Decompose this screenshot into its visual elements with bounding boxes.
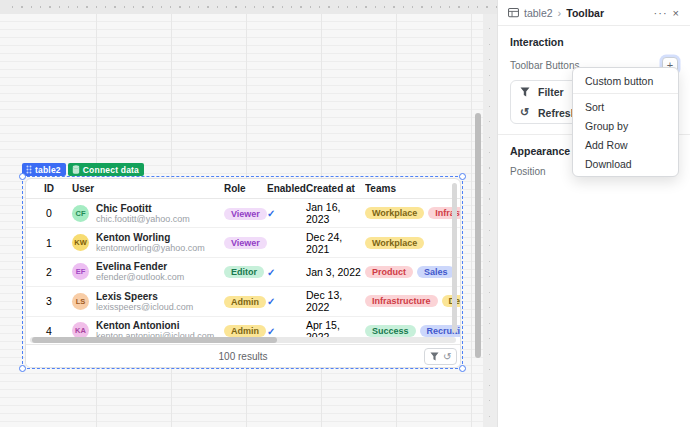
cell-enabled: ✓ (267, 325, 306, 337)
column-header-role[interactable]: Role (224, 183, 267, 194)
menu-divider (573, 93, 678, 94)
cell-id: 1 (26, 237, 72, 249)
canvas-right-gutter (483, 14, 497, 427)
breadcrumb-current: Toolbar (566, 7, 604, 19)
cell-user: KW Kenton Worling kentonworling@yahoo.co… (72, 232, 224, 253)
cell-role: Viewer (224, 236, 267, 249)
cell-user: EF Evelina Fender efender@outlook.com (72, 261, 224, 282)
cell-enabled: ✓ (267, 266, 306, 278)
cell-role: Viewer (224, 207, 267, 220)
refresh-icon[interactable]: ↺ (443, 352, 451, 362)
table-row[interactable]: 2 EF Evelina Fender efender@outlook.com … (26, 258, 460, 287)
column-header-enabled[interactable]: Enabled (267, 183, 306, 194)
more-menu-icon[interactable]: ··· (654, 7, 668, 19)
connect-data-tag[interactable]: Connect data (68, 163, 144, 176)
table-component[interactable]: ID User Role Enabled Created at Teams 0 … (25, 178, 461, 368)
team-badge: Workplace (365, 237, 424, 249)
column-header-user[interactable]: User (72, 183, 224, 194)
drag-handle-icon (26, 165, 32, 174)
database-icon (72, 165, 80, 174)
user-name: Kenton Worling (96, 232, 205, 243)
team-badge: Workplace (365, 207, 424, 219)
user-name: Lexis Speers (96, 291, 193, 302)
component-name-label: table2 (35, 165, 61, 175)
cell-teams: Workplace Infrastructure (365, 207, 460, 219)
toolbar-buttons-label: Toolbar Buttons (510, 60, 580, 71)
cell-created-at: Jan 3, 2022 (306, 266, 365, 278)
toolbar-button-label: Filter (538, 86, 564, 98)
user-email: chic.footitt@yahoo.com (96, 214, 190, 224)
inspector-header: table2 › Toolbar ··· × (498, 0, 690, 26)
cell-id: 2 (26, 266, 72, 278)
column-header-id[interactable]: ID (26, 183, 72, 194)
role-badge: Viewer (224, 208, 267, 220)
table-horizontal-scrollbar[interactable] (30, 337, 456, 343)
cell-id: 3 (26, 295, 72, 307)
user-name: Evelina Fender (96, 261, 184, 272)
filter-icon[interactable] (430, 352, 439, 361)
user-name: Chic Footitt (96, 203, 190, 214)
connect-data-label: Connect data (83, 165, 139, 175)
enabled-check-icon: ✓ (267, 208, 275, 219)
cell-role: Admin (224, 324, 267, 337)
table-footer-toolbar: ↺ (424, 348, 457, 365)
cell-teams: Infrastructure Design (365, 295, 460, 307)
cell-id: 4 (26, 325, 72, 337)
table-icon (508, 7, 519, 18)
menu-item-custom-button[interactable]: Custom button (573, 71, 678, 90)
enabled-check-icon: ✓ (267, 267, 275, 278)
user-email: efender@outlook.com (96, 272, 184, 282)
table-horizontal-scroll-thumb[interactable] (32, 337, 277, 343)
add-button-dropdown-menu: Custom button Sort Group by Add Row Down… (572, 67, 679, 177)
cell-teams: Product Sales (365, 266, 460, 278)
menu-item-add-row[interactable]: Add Row (573, 135, 678, 154)
cell-enabled: ✓ (267, 295, 306, 307)
menu-item-download[interactable]: Download (573, 154, 678, 173)
cell-user: LS Lexis Speers lexisspeers@icloud.com (72, 291, 224, 312)
chevron-right-icon: › (558, 7, 562, 19)
role-badge: Editor (224, 266, 264, 278)
user-email: lexisspeers@icloud.com (96, 302, 193, 312)
filter-icon (520, 87, 530, 97)
column-header-created-at[interactable]: Created at (306, 183, 365, 194)
team-badge: Sales (417, 266, 455, 278)
user-name: Kenton Antonioni (96, 320, 214, 331)
column-header-teams[interactable]: Teams (365, 183, 460, 194)
cell-teams: Workplace (365, 237, 460, 249)
team-badge: Design (442, 295, 460, 307)
role-badge: Viewer (224, 237, 267, 249)
table-header-row: ID User Role Enabled Created at Teams (26, 179, 460, 199)
breadcrumb-parent[interactable]: table2 (524, 7, 553, 19)
results-count: 100 results (219, 351, 268, 362)
avatar: CF (72, 205, 89, 222)
team-badge: Infrastructure (365, 295, 438, 307)
refresh-icon: ↺ (520, 107, 530, 118)
table-row[interactable]: 3 LS Lexis Speers lexisspeers@icloud.com… (26, 287, 460, 316)
avatar: LS (72, 293, 89, 310)
editor-canvas[interactable]: table2 Connect data ID User Role Enabled… (0, 0, 497, 427)
cell-created-at: Dec 24, 2021 (306, 231, 365, 255)
close-icon[interactable]: × (673, 7, 680, 19)
component-name-tag[interactable]: table2 (22, 163, 66, 176)
enabled-check-icon: ✓ (267, 296, 275, 307)
table-row[interactable]: 1 KW Kenton Worling kentonworling@yahoo.… (26, 228, 460, 257)
table-row[interactable]: 0 CF Chic Footitt chic.footitt@yahoo.com… (26, 199, 460, 228)
avatar: KW (72, 234, 89, 251)
menu-item-group-by[interactable]: Group by (573, 116, 678, 135)
team-badge: Product (365, 266, 413, 278)
cell-id: 0 (26, 207, 72, 219)
menu-item-sort[interactable]: Sort (573, 97, 678, 116)
component-tags: table2 Connect data (22, 163, 144, 176)
table-footer: 100 results ↺ (26, 344, 460, 367)
role-badge: Admin (224, 325, 266, 337)
cell-teams: Success Recruiting (365, 325, 460, 337)
enabled-check-icon: ✓ (267, 326, 275, 337)
section-interaction: Interaction (498, 26, 690, 48)
canvas-ruler (0, 0, 497, 14)
cell-created-at: Jan 16, 2023 (306, 201, 365, 225)
canvas-scrollbar[interactable] (475, 113, 481, 358)
team-badge: Success (365, 325, 416, 337)
role-badge: Admin (224, 296, 266, 308)
table-vertical-scroll-thumb[interactable] (452, 183, 457, 333)
cell-role: Admin (224, 295, 267, 308)
